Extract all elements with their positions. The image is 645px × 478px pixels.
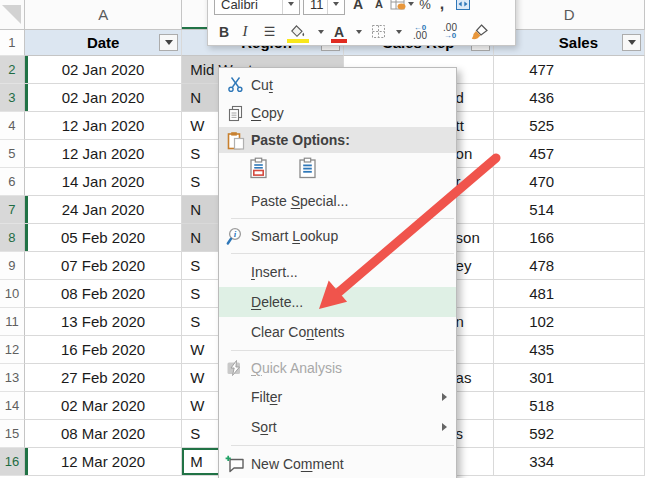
cell-date[interactable]: 07 Feb 2020 [25, 252, 182, 280]
cell-sales[interactable]: 592 [494, 420, 645, 448]
font-color-button[interactable]: A [330, 22, 348, 42]
row-number[interactable]: 14 [0, 392, 25, 420]
comma-style-button[interactable]: , [436, 0, 448, 13]
cell-sales[interactable]: 435 [494, 336, 645, 364]
cell-sales[interactable]: 334 [494, 448, 645, 476]
menu-separator [231, 350, 454, 351]
cell-date[interactable]: 02 Mar 2020 [25, 392, 182, 420]
row-number[interactable]: 15 [0, 420, 25, 448]
cell-date[interactable]: 12 Jan 2020 [25, 140, 182, 168]
format-as-table-button[interactable] [390, 0, 414, 11]
column-header-a[interactable]: A [25, 0, 183, 29]
cell-sales[interactable]: 166 [494, 224, 645, 252]
cell-sales[interactable]: 436 [494, 84, 645, 112]
cell-date[interactable]: 14 Jan 2020 [25, 168, 182, 196]
copy-icon [219, 105, 251, 122]
cell-sales[interactable]: 301 [494, 364, 645, 392]
filter-dropdown-button[interactable] [622, 34, 641, 51]
cell-date[interactable]: 02 Jan 2020 [25, 56, 182, 84]
cell-date[interactable]: 12 Mar 2020 [25, 448, 182, 476]
cell-sales[interactable]: 470 [494, 168, 645, 196]
row-number[interactable]: 13 [0, 364, 25, 392]
italic-button[interactable]: I [238, 23, 252, 40]
cell-sales[interactable]: 481 [494, 280, 645, 308]
menu-item-sort[interactable]: Sort [219, 412, 456, 442]
font-size-select[interactable]: 11 [303, 0, 345, 15]
cell-sales[interactable]: 477 [494, 56, 645, 84]
menu-item-delete[interactable]: Delete... [219, 287, 456, 317]
cell-date[interactable]: 08 Feb 2020 [25, 280, 182, 308]
cell-sales[interactable]: 102 [494, 308, 645, 336]
cell-date[interactable]: 05 Feb 2020 [25, 224, 182, 252]
cell-sales[interactable]: 478 [494, 252, 645, 280]
row-number[interactable]: 1 [0, 30, 25, 56]
font-size-value: 11 [310, 0, 324, 12]
cell-date[interactable]: 02 Jan 2020 [25, 84, 182, 112]
row-number[interactable]: 6 [0, 168, 25, 196]
paste-options-buttons [219, 153, 456, 187]
cell-sales[interactable]: 514 [494, 196, 645, 224]
menu-item-label: Paste Options: [251, 132, 456, 148]
cell-date[interactable]: 24 Jan 2020 [25, 196, 182, 224]
paste-values-button[interactable] [294, 157, 321, 184]
merge-center-button[interactable] [451, 0, 475, 11]
menu-item-quick-analysis: Quick Analysis [219, 354, 456, 382]
menu-separator [231, 253, 454, 254]
paste-keep-formatting-button[interactable] [245, 157, 272, 184]
cell-sales[interactable]: 525 [494, 112, 645, 140]
increase-decimal-button[interactable]: .00 →0 [438, 24, 462, 40]
row-number[interactable]: 2 [0, 56, 25, 84]
chevron-down-icon [356, 30, 362, 34]
cell-sales[interactable]: 518 [494, 392, 645, 420]
menu-item-copy[interactable]: Copy [219, 99, 456, 127]
row-number[interactable]: 7 [0, 196, 25, 224]
row-number[interactable]: 9 [0, 252, 25, 280]
row-number[interactable]: 12 [0, 336, 25, 364]
menu-item-label: Clear Contents [251, 324, 456, 340]
header-cell-sales[interactable]: Sales [494, 30, 645, 56]
align-lines-icon: ☰ [264, 24, 275, 39]
quick-analysis-icon [219, 359, 251, 377]
format-as-table-icon [390, 0, 406, 11]
cell-date[interactable]: 08 Mar 2020 [25, 420, 182, 448]
format-painter-button[interactable] [468, 24, 492, 40]
menu-item-filter[interactable]: Filter [219, 382, 456, 412]
shrink-font-button[interactable]: A [371, 0, 387, 10]
select-all-triangle-icon [2, 5, 21, 24]
row-number[interactable]: 3 [0, 84, 25, 112]
font-name-select[interactable]: Calibri [214, 0, 300, 15]
menu-item-paste-special[interactable]: Paste Special... [219, 187, 456, 215]
percent-style-button[interactable]: % [417, 0, 433, 12]
menu-item-insert[interactable]: Insert... [219, 257, 456, 287]
row-number[interactable]: 5 [0, 140, 25, 168]
cell-date[interactable]: 13 Feb 2020 [25, 308, 182, 336]
row-number[interactable]: 8 [0, 224, 25, 252]
borders-button[interactable] [368, 24, 388, 39]
header-label: Date [87, 34, 120, 51]
chevron-down-icon [327, 0, 344, 14]
select-all-corner[interactable] [0, 0, 25, 29]
decrease-decimal-button[interactable]: ←0 .00 [408, 24, 432, 40]
chevron-down-icon [408, 2, 414, 6]
menu-item-label: Insert... [251, 264, 456, 280]
grow-font-button[interactable]: A [348, 0, 368, 12]
cell-sales[interactable]: 457 [494, 140, 645, 168]
menu-item-clear-contents[interactable]: Clear Contents [219, 317, 456, 347]
column-header-d[interactable]: D [494, 0, 645, 29]
cell-date[interactable]: 16 Feb 2020 [25, 336, 182, 364]
fill-color-button[interactable] [286, 22, 310, 42]
menu-item-smart-lookup[interactable]: iSmart Lookup [219, 222, 456, 250]
header-cell-date[interactable]: Date [25, 30, 182, 56]
align-center-button[interactable]: ☰ [258, 24, 280, 39]
cell-date[interactable]: 27 Feb 2020 [25, 364, 182, 392]
row-number[interactable]: 16 [0, 448, 25, 476]
row-number[interactable]: 4 [0, 112, 25, 140]
cell-date[interactable]: 12 Jan 2020 [25, 112, 182, 140]
menu-item-cut[interactable]: Cut [219, 71, 456, 99]
menu-item-new-comment[interactable]: New Comment [219, 449, 456, 478]
bold-button[interactable]: B [216, 24, 232, 40]
row-number[interactable]: 11 [0, 308, 25, 336]
chevron-down-icon [318, 30, 324, 34]
filter-dropdown-button[interactable] [159, 34, 178, 51]
row-number[interactable]: 10 [0, 280, 25, 308]
